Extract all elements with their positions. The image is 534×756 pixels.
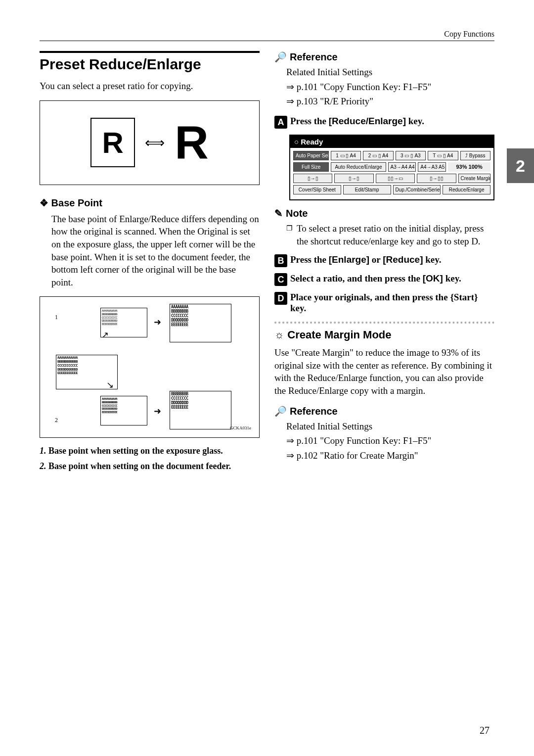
step-2: B Press the [Enlarge] or [Reduce] key. (274, 254, 494, 267)
basepoint-diagram: 1 AAAAAAAAAABBBBBBBBBBCCCCCCCCCCDDDDDDDD… (40, 296, 260, 438)
ref-line: ⇒ p.102 "Ratio for Create Margin" (286, 449, 494, 462)
section-title: Preset Reduce/Enlarge (40, 51, 260, 73)
arrow-icon: ➜ (154, 317, 161, 328)
basepoint-heading: Base Point (40, 197, 260, 209)
intro-text: You can select a preset ratio for copyin… (40, 80, 260, 93)
tab-button[interactable]: Edit/Stamp (343, 185, 391, 194)
auto-paper-button[interactable]: Auto Paper Select ▶ (293, 151, 329, 160)
mode-icon-button[interactable]: ▯▯→▭ (376, 174, 415, 183)
copier-screen: Ready Auto Paper Select ▶ 1 ▭ ▯ A4 2 ▭ ▯… (289, 135, 494, 200)
right-column: 🔎Reference Related Initial Settings ⇒ p.… (274, 51, 494, 476)
left-column: Preset Reduce/Enlarge You can select a p… (40, 51, 260, 476)
arrow-icon: ➜ (154, 406, 161, 417)
reference-icon: 🔎 (274, 405, 287, 417)
mode-icon-button[interactable]: ▯→▯▯ (417, 174, 456, 183)
diagram-code: GCKA031e (230, 425, 251, 430)
step-number-icon: A (274, 116, 287, 129)
chapter-tab: 2 (507, 148, 534, 183)
diagram-sheet: AAAAAAAABBBBBBBBCCCCCCCCDDDDDDDDEEEEEEEE (170, 304, 231, 342)
tray-button[interactable]: 3 ▭ ▯ A3 (396, 151, 426, 160)
create-margin-button[interactable]: Create Margin (458, 174, 491, 183)
tray-button[interactable]: T ▭ ▯ A4 (428, 151, 458, 160)
letter-r-small: R (102, 126, 124, 160)
page-number: 27 (480, 725, 490, 736)
ref-line: ⇒ p.103 "R/E Priority" (286, 95, 494, 108)
reference-heading: 🔎Reference (274, 51, 494, 63)
subsection-title: Create Margin Mode (274, 329, 494, 341)
diagram-label-1: 1 (55, 314, 58, 321)
dotted-separator (274, 322, 494, 324)
note-bullet: ❐ To select a preset ratio on the initia… (274, 222, 494, 247)
step-number-icon: D (274, 292, 287, 305)
step-4: D Place your originals, and then press t… (274, 292, 494, 314)
mode-icon-button[interactable]: ▯→▯ (293, 174, 332, 183)
enlarge-figure: R ⟺ R (40, 100, 260, 185)
double-arrow-icon: ⟺ (145, 135, 165, 151)
reference-icon: 🔎 (274, 51, 287, 63)
ref-line: Related Initial Settings (286, 66, 494, 79)
caption-2: 2. Base point when setting on the docume… (40, 461, 260, 472)
mode-icon-button[interactable]: ▯→▯ (334, 174, 373, 183)
caption-1: 1. Base point when setting on the exposu… (40, 446, 260, 456)
tray-button[interactable]: 2 ▭ ▯ A4 (363, 151, 393, 160)
ref-line: ⇒ p.101 "Copy Function Key: F1–F5" (286, 434, 494, 447)
arrow-icon: ↗ (101, 330, 109, 340)
auto-reduce-button[interactable]: Auto Reduce/Enlarge (331, 162, 386, 172)
arrow-icon: ↘ (106, 379, 114, 390)
tab-button[interactable]: Reduce/Enlarge (443, 185, 490, 194)
running-header: Copy Functions (40, 30, 494, 41)
bullet-icon: ❐ (286, 222, 293, 247)
ref-line: Related Initial Settings (286, 420, 494, 433)
reference-heading-2: 🔎Reference (274, 405, 494, 417)
diagram-label-2: 2 (55, 417, 58, 424)
basepoint-text: The base point of Enlarge/Reduce differs… (51, 213, 260, 289)
step-1: A Press the [Reduce/Enlarge] key. (274, 116, 494, 129)
step-number-icon: B (274, 254, 287, 267)
ratio-button[interactable]: A4→A3 A5→A4 (418, 162, 446, 172)
letter-r-large: R (175, 116, 209, 170)
diagram-sheet: BBBBBBBBCCCCCCCCDDDDDDDDEEEEEEEE (170, 391, 231, 429)
ref-line: ⇒ p.101 "Copy Function Key: F1–F5" (286, 81, 494, 94)
step-3: C Select a ratio, and then press the [OK… (274, 273, 494, 286)
page-columns: Preset Reduce/Enlarge You can select a p… (40, 51, 494, 476)
screen-status: Ready (290, 136, 493, 148)
diagram-sheet: AAAAAAAAAABBBBBBBBBBCCCCCCCCCCDDDDDDDDDD… (100, 396, 147, 425)
note-heading: ✎Note (274, 207, 494, 219)
tab-button[interactable]: Cover/Slip Sheet (293, 185, 341, 194)
full-size-button[interactable]: Full Size (293, 162, 329, 172)
bypass-button[interactable]: ⤴ Bypass (460, 151, 490, 160)
tab-button[interactable]: Dup./Combine/Series (393, 185, 441, 194)
running-title: Copy Functions (444, 30, 494, 38)
note-icon: ✎ (274, 207, 283, 219)
tray-button[interactable]: 1 ▭ ▯ A4 (331, 151, 361, 160)
step-number-icon: C (274, 273, 287, 286)
small-r-box: R (90, 118, 135, 167)
ratio-button[interactable]: A3→A4 A4→A5 (388, 162, 416, 172)
subsection-body: Use "Create Margin" to reduce the image … (274, 346, 494, 397)
ratio-display: 93% 100% (448, 162, 490, 172)
